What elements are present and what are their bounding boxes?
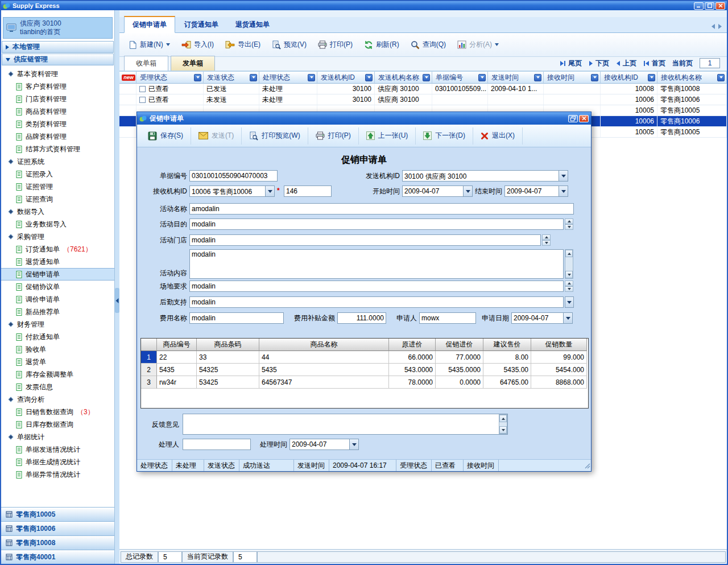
product-row[interactable]: 25435543255435543.00005435.00005435.0054… (141, 364, 588, 376)
sidebar-item[interactable]: 调价申请单 (1, 293, 114, 306)
sidebar-item[interactable]: 证照录入 (1, 168, 114, 180)
sidebar-item[interactable]: 业务数据导入 (1, 218, 114, 230)
sidebar-item[interactable]: 促销协议单 (1, 281, 114, 293)
logistics-input[interactable] (189, 296, 564, 308)
tab-退货通知单[interactable]: 退货通知单 (228, 17, 278, 32)
sidebar-item[interactable]: 日销售数据查询（3） (1, 406, 114, 418)
column-header[interactable]: 发送状态 (204, 72, 259, 84)
sidebar-retailer-bar[interactable]: 零售商40001 (1, 550, 114, 564)
purpose-spinner[interactable] (565, 218, 573, 230)
sidebar-item[interactable]: 证照管理 (1, 180, 114, 193)
pager-上页[interactable]: 上页 (616, 59, 636, 68)
dialog-toolbar-button[interactable]: 下一张(D) (416, 127, 473, 145)
content-scrollbar[interactable] (565, 249, 573, 279)
filter-icon[interactable] (423, 74, 430, 81)
box-tab-收单箱[interactable]: 收单箱 (124, 56, 168, 71)
sidebar-section-local[interactable]: 本地管理 (2, 41, 114, 53)
sidebar-item[interactable]: 单据异常情况统计 (1, 468, 114, 481)
logistics-dropdown[interactable] (565, 296, 574, 308)
maximize-button[interactable] (705, 2, 714, 10)
activity-stores-input[interactable] (189, 234, 541, 246)
sidebar-item[interactable]: 退货通知单 (1, 255, 114, 268)
sidebar-item[interactable]: 财务管理 (1, 318, 114, 331)
title-bar[interactable]: Supply Express (1, 1, 727, 10)
filter-icon[interactable] (194, 74, 201, 81)
fee-name-input[interactable] (189, 312, 284, 324)
toolbar-button[interactable]: 分析(A) (457, 40, 499, 50)
sidebar-item[interactable]: 库存金额调整单 (1, 368, 114, 381)
sidebar-item[interactable]: 基本资料管理 (1, 68, 114, 80)
sidebar-item[interactable]: 证照查询 (1, 193, 114, 205)
sidebar-item[interactable]: 采购管理 (1, 230, 114, 243)
combo-dropdown-button[interactable] (565, 297, 573, 307)
feedback-textarea[interactable] (183, 414, 508, 435)
filter-icon[interactable] (478, 74, 486, 81)
toolbar-button[interactable]: 导出(E) (225, 40, 260, 50)
column-header[interactable]: 处理状态 (259, 72, 317, 84)
sidebar-item[interactable]: 数据导入 (1, 205, 114, 218)
activity-content-textarea[interactable]: modalin (189, 249, 564, 279)
applicant-input[interactable] (419, 312, 476, 324)
resize-grip-icon[interactable] (584, 462, 590, 471)
venue-spinner[interactable] (565, 281, 573, 292)
handle-time-combo[interactable]: 2009-04-07 (289, 439, 359, 450)
sidebar-item[interactable]: 门店资料管理 (1, 93, 114, 105)
sidebar-item[interactable]: 类别资料管理 (1, 118, 114, 130)
toolbar-button[interactable]: 新建(N) (129, 40, 170, 50)
sidebar-item[interactable]: 验收单 (1, 343, 114, 356)
toolbar-button[interactable]: 导入(I) (181, 40, 214, 50)
pager-下页[interactable]: 下页 (589, 59, 609, 68)
filter-icon[interactable] (648, 74, 655, 81)
dialog-toolbar-button[interactable]: 上一张(U) (359, 127, 416, 145)
toolbar-button[interactable]: 刷新(R) (364, 40, 399, 50)
recv-extra-input[interactable] (284, 185, 332, 197)
start-date-combo[interactable]: 2009-04-07 (402, 185, 473, 197)
minimize-button[interactable] (694, 2, 704, 10)
column-header[interactable]: 单据编号 (432, 72, 488, 84)
tab-订货通知单[interactable]: 订货通知单 (176, 17, 226, 32)
filter-icon[interactable] (591, 74, 598, 81)
dialog-toolbar-button[interactable]: 打印(P) (308, 127, 359, 145)
product-row[interactable]: 3rw34r534256456734778.00000.000064765.00… (141, 376, 588, 389)
activity-name-input[interactable] (189, 203, 574, 215)
toolbar-button[interactable]: 预览(V) (272, 40, 307, 50)
doc-no-input[interactable] (189, 170, 278, 182)
close-button[interactable] (715, 2, 725, 10)
sidebar-item[interactable]: 品牌资料管理 (1, 130, 114, 143)
sidebar-retailer-bar[interactable]: 零售商10006 (1, 521, 114, 535)
combo-dropdown-button[interactable] (559, 171, 568, 181)
end-date-combo[interactable]: 2009-04-07 (504, 185, 568, 197)
sidebar-item[interactable]: 单据统计 (1, 431, 114, 443)
toolbar-button[interactable]: 查询(Q) (411, 40, 446, 50)
dialog-toolbar-button[interactable]: 保存(S) (140, 127, 191, 145)
sidebar-item[interactable]: 客户资料管理 (1, 80, 114, 93)
combo-dropdown-button[interactable] (559, 186, 568, 196)
fee-amount-input[interactable] (337, 312, 386, 324)
sidebar-item[interactable]: 发票信息 (1, 381, 114, 393)
dialog-title-bar[interactable]: 促销申请单 (137, 112, 591, 125)
product-row[interactable]: 122334466.000077.00008.0099.000 (141, 351, 588, 364)
toolbar-button[interactable]: 打印(P) (318, 40, 353, 50)
dialog-toolbar-button[interactable]: 打印预览(W) (242, 127, 308, 145)
dialog-close-button[interactable] (579, 115, 589, 122)
sidebar-item[interactable]: 商品资料管理 (1, 105, 114, 118)
sidebar-item[interactable]: 单据生成情况统计 (1, 456, 114, 468)
current-page-input[interactable]: 1 (700, 58, 720, 68)
filter-icon[interactable] (717, 74, 725, 81)
recv-org-combo[interactable]: 10006 零售商10006 (189, 185, 275, 197)
sidebar-item[interactable]: 查询分析 (1, 393, 114, 406)
tab-促销申请单[interactable]: 促销申请单 (124, 16, 175, 33)
apply-date-combo[interactable]: 2009-04-07 (511, 312, 573, 324)
table-row[interactable]: 已查看已发送未处理30100供应商 30100030100105509...20… (119, 84, 727, 94)
activity-purpose-input[interactable] (189, 218, 564, 230)
send-org-combo[interactable]: 30100 供应商 30100 (402, 170, 568, 182)
pager-首页[interactable]: 首页 (643, 59, 665, 68)
column-header[interactable]: 受理状态 (136, 72, 204, 84)
sidebar-item[interactable]: 日库存数据查询 (1, 418, 114, 431)
sidebar-item[interactable]: 付款通知单 (1, 331, 114, 343)
combo-dropdown-button[interactable] (463, 186, 472, 196)
dropdown-arrow-icon[interactable] (495, 43, 499, 46)
sidebar-item[interactable]: 订货通知单（7621） (1, 243, 114, 255)
sidebar-item[interactable]: 单据发送情况统计 (1, 443, 114, 456)
table-row[interactable]: 已查看未发送未处理30100供应商 3010010006零售商10006 (119, 94, 727, 105)
